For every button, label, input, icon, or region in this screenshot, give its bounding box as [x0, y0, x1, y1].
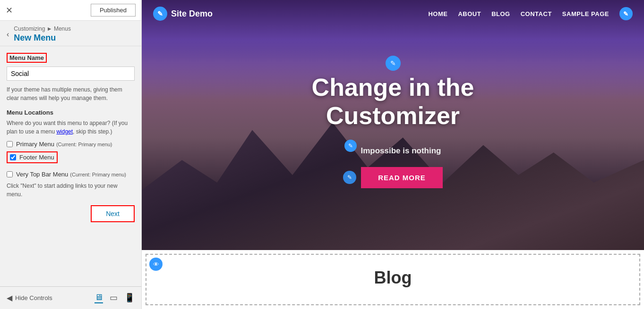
menu-name-label: Menu Name [7, 53, 47, 63]
hide-controls-button[interactable]: ◀ Hide Controls [7, 293, 52, 302]
very-top-bar-checkbox[interactable] [7, 171, 13, 177]
customizer-panel: ✕ Published ‹ Customizing ► Menus New Me… [0, 0, 142, 309]
close-button[interactable]: ✕ [6, 6, 13, 15]
mobile-icon[interactable]: 📱 [124, 292, 135, 303]
nav-contact[interactable]: CONTACT [521, 10, 552, 17]
top-bar: ✕ Published [0, 0, 141, 21]
hero-content: ✎ Change in the Customizer ✎ Impossibe i… [142, 27, 644, 188]
nav-sample-page[interactable]: SAMPLE PAGE [562, 10, 609, 17]
nav-edit-icon[interactable]: ✎ [619, 7, 633, 20]
site-nav: ✎ Site Demo HOME ABOUT BLOG CONTACT SAMP… [142, 0, 644, 27]
tablet-icon[interactable]: ▭ [110, 292, 118, 303]
bottom-bar: ◀ Hide Controls 🖥 ▭ 📱 [0, 286, 141, 309]
site-logo: ✎ Site Demo [153, 7, 213, 21]
blog-section-edit-icon[interactable]: 👁 [149, 258, 163, 271]
hero-edit-icon[interactable]: ✎ [386, 56, 401, 71]
very-top-bar-current: (Current: Primary menu) [70, 172, 126, 177]
nav-links: HOME ABOUT BLOG CONTACT SAMPLE PAGE ✎ [428, 7, 633, 20]
read-more-edit-icon[interactable]: ✎ [343, 171, 356, 184]
hint-text: If your theme has multiple menus, giving… [7, 85, 135, 102]
nav-about[interactable]: ABOUT [458, 10, 481, 17]
read-more-wrap: ✎ READ MORE [343, 167, 443, 188]
back-button[interactable]: ‹ [7, 30, 9, 39]
footer-menu-checkbox[interactable] [10, 154, 16, 160]
logo-icon: ✎ [153, 7, 167, 21]
very-top-bar-row: Very Top Bar Menu (Current: Primary menu… [7, 171, 135, 178]
hero-subtitle: Impossibe is nothing [361, 146, 441, 156]
panel-content: Menu Name If your theme has multiple men… [0, 46, 141, 286]
next-button[interactable]: Next [91, 205, 135, 222]
nav-blog[interactable]: BLOG [491, 10, 510, 17]
site-logo-text: Site Demo [171, 9, 213, 19]
blog-section: 👁 Blog [142, 250, 644, 309]
published-button[interactable]: Published [91, 4, 136, 17]
page-title: New Menu [14, 33, 71, 43]
hide-controls-label: Hide Controls [15, 294, 52, 301]
nav-home[interactable]: HOME [428, 10, 447, 17]
widget-link[interactable]: widget [56, 128, 73, 135]
preview-area: ✎ Site Demo HOME ABOUT BLOG CONTACT SAMP… [142, 0, 644, 309]
hero-section: ✎ Site Demo HOME ABOUT BLOG CONTACT SAMP… [142, 0, 644, 250]
primary-menu-current: (Current: Primary menu) [56, 142, 112, 147]
click-hint: Click "Next" to start adding links to yo… [7, 182, 135, 199]
location-desc: Where do you want this menu to appear? (… [7, 119, 135, 136]
blog-title: Blog [153, 259, 633, 288]
subtitle-edit-icon[interactable]: ✎ [344, 140, 357, 152]
desktop-icon[interactable]: 🖥 [94, 292, 103, 303]
footer-menu-row: Footer Menu [7, 151, 58, 163]
device-icons: 🖥 ▭ 📱 [94, 292, 135, 303]
read-more-button[interactable]: READ MORE [361, 167, 443, 188]
menu-name-input[interactable] [7, 67, 135, 81]
hide-controls-arrow: ◀ [7, 293, 12, 302]
menu-locations-title: Menu Locations [7, 109, 135, 116]
next-btn-wrap: Next [7, 205, 135, 222]
primary-menu-row: Primary Menu (Current: Primary menu) [7, 141, 135, 148]
hero-title: Change in the Customizer [312, 74, 474, 130]
back-nav: ‹ Customizing ► Menus New Menu [0, 21, 141, 46]
breadcrumb: Customizing ► Menus [14, 25, 71, 32]
primary-menu-checkbox[interactable] [7, 141, 13, 147]
